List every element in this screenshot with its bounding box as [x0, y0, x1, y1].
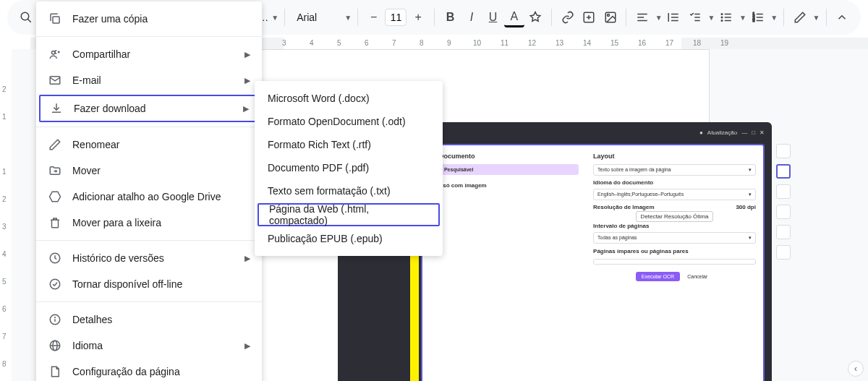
- download-epub[interactable]: Publicação EPUB (.epub): [255, 227, 443, 250]
- range-value: Todas as páginas: [597, 235, 637, 241]
- trash-icon: [48, 215, 62, 230]
- chevron-down-icon: ▼: [708, 14, 715, 22]
- chevron-right-icon: ▶: [243, 104, 249, 114]
- insert-comment-button[interactable]: [579, 7, 599, 27]
- svg-point-17: [721, 17, 723, 18]
- history-icon: [48, 251, 62, 265]
- info-icon: [48, 312, 62, 327]
- email-menu-item[interactable]: E-mail ▶: [36, 67, 262, 93]
- chevron-down-icon: ▼: [739, 14, 746, 22]
- move-menu-item[interactable]: Mover: [36, 158, 262, 184]
- svg-point-16: [721, 14, 723, 15]
- details-menu-item[interactable]: Detalhes: [36, 307, 262, 333]
- svg-point-41: [55, 317, 56, 318]
- offline-icon: [48, 277, 62, 291]
- font-family-dropdown[interactable]: Arial: [291, 12, 341, 23]
- chevron-down-icon[interactable]: ▼: [271, 14, 278, 22]
- download-rtf[interactable]: Formato Rich Text (.rtf): [255, 133, 443, 156]
- line-spacing-button[interactable]: [664, 7, 684, 27]
- underline-button[interactable]: U: [483, 7, 503, 27]
- cancel-button: Cancelar: [681, 272, 713, 281]
- chevron-down-icon: ▼: [770, 14, 778, 22]
- pencil-icon: [48, 137, 62, 152]
- svg-point-38: [50, 279, 60, 289]
- chevron-right-icon: ▶: [244, 341, 250, 351]
- lang-label: Idioma do documento: [593, 179, 756, 186]
- page-setup-menu-item[interactable]: Configuração da página: [36, 359, 262, 381]
- side-icon-active: [776, 164, 791, 179]
- download-icon: [49, 101, 64, 116]
- search-icon[interactable]: [16, 7, 35, 27]
- download-submenu: Microsoft Word (.docx) Formato OpenDocum…: [255, 81, 443, 256]
- lang-value: English–Inglês;Portuguese–Português: [597, 192, 684, 197]
- highlight-button[interactable]: [526, 7, 545, 27]
- download-odt[interactable]: Formato OpenDocument (.odt): [255, 110, 443, 133]
- copy-icon: [48, 12, 62, 26]
- svg-point-18: [721, 20, 723, 22]
- drive-shortcut-icon: [48, 189, 62, 204]
- doc-type-heading: de Documento: [430, 153, 579, 160]
- layout-heading: Layout: [593, 153, 756, 160]
- svg-point-0: [21, 12, 29, 20]
- chevron-right-icon: ▶: [244, 50, 250, 59]
- download-menu-item[interactable]: Fazer download ▶: [39, 95, 259, 122]
- share-icon: [48, 47, 62, 61]
- side-icon: [776, 144, 791, 158]
- checklist-button[interactable]: [685, 7, 705, 27]
- side-icon: [776, 205, 791, 219]
- bulleted-list-button[interactable]: [717, 7, 736, 27]
- edit-mode-button[interactable]: [790, 7, 809, 27]
- chevron-down-icon: ▼: [655, 14, 663, 22]
- bold-button[interactable]: B: [441, 7, 460, 27]
- version-history-menu-item[interactable]: Histórico de versões ▶: [36, 245, 262, 271]
- svg-rect-32: [53, 17, 59, 23]
- folder-move-icon: [48, 163, 62, 178]
- decrease-font-size-button[interactable]: −: [364, 7, 383, 27]
- side-icon: [776, 245, 791, 260]
- res-value: 300 dpi: [736, 204, 756, 210]
- layout-value: Texto sobre a imagem da página: [597, 167, 671, 173]
- side-icon: [776, 225, 791, 239]
- make-copy-menu-item[interactable]: Fazer uma cópia: [36, 6, 262, 32]
- insert-image-button[interactable]: [600, 7, 620, 27]
- share-menu-item[interactable]: Compartilhar ▶: [36, 41, 262, 67]
- email-icon: [48, 73, 62, 87]
- detect-resolution-button: Detectar Resolução Ótima: [636, 211, 714, 222]
- chevron-right-icon: ▶: [244, 76, 250, 85]
- odd-even-label: Páginas ímpares ou páginas pares: [593, 248, 756, 254]
- chevron-down-icon: ▼: [813, 14, 820, 22]
- increase-font-size-button[interactable]: +: [408, 7, 427, 27]
- move-to-trash-menu-item[interactable]: Mover para a lixeira: [36, 210, 262, 236]
- page-icon: [48, 364, 62, 379]
- text-color-button[interactable]: A: [504, 7, 524, 27]
- update-label: Atualização: [707, 129, 737, 136]
- download-pdf[interactable]: Documento PDF (.pdf): [255, 156, 443, 179]
- svg-point-6: [607, 14, 609, 17]
- run-ocr-button: Executar OCR: [636, 272, 680, 281]
- collapse-toolbar-button[interactable]: [833, 7, 852, 27]
- offline-menu-item[interactable]: Tornar disponível off-line: [36, 271, 262, 297]
- font-size-input[interactable]: [385, 9, 407, 26]
- file-menu: Fazer uma cópia Compartilhar ▶ E-mail ▶ …: [36, 1, 262, 381]
- globe-icon: [48, 338, 62, 353]
- svg-line-1: [27, 19, 31, 22]
- download-docx[interactable]: Microsoft Word (.docx): [255, 87, 443, 110]
- range-label: Intervalo de páginas: [593, 223, 756, 229]
- res-label: Resolução de Imagem: [593, 204, 654, 210]
- download-html[interactable]: Página da Web (.html, compactado): [258, 203, 440, 226]
- chevron-right-icon: ▶: [244, 254, 250, 263]
- download-txt[interactable]: Texto sem formatação (.txt): [255, 179, 443, 202]
- language-menu-item[interactable]: Idioma ▶: [36, 333, 262, 359]
- explore-button[interactable]: ‹: [848, 361, 864, 377]
- align-button[interactable]: [632, 7, 652, 27]
- svg-text:3: 3: [752, 18, 754, 22]
- insert-link-button[interactable]: [558, 7, 577, 27]
- vertical-ruler: 2 1 1 2 3 4 5 6 7 8: [0, 49, 12, 381]
- chevron-down-icon[interactable]: ▼: [344, 14, 352, 22]
- rename-menu-item[interactable]: Renomear: [36, 132, 262, 158]
- italic-button[interactable]: I: [461, 7, 481, 27]
- side-icon: [776, 184, 791, 199]
- numbered-list-button[interactable]: 123: [748, 7, 767, 27]
- add-shortcut-menu-item[interactable]: Adicionar atalho ao Google Drive: [36, 184, 262, 210]
